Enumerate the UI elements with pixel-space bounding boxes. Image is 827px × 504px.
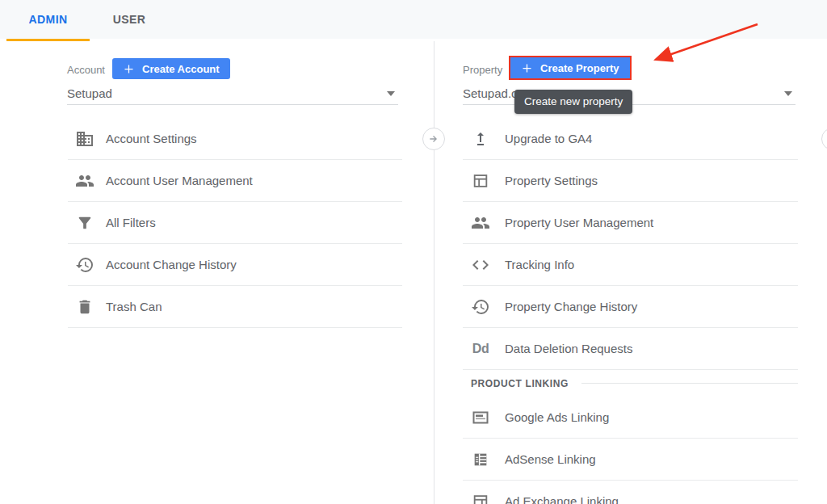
menu-item-tracking-info[interactable]: Tracking Info <box>463 244 798 286</box>
history-icon <box>75 255 94 275</box>
menu-item-all-filters[interactable]: All Filters <box>68 202 402 244</box>
adsense-icon <box>471 450 490 469</box>
expand-next-column-button[interactable] <box>821 128 827 150</box>
account-selector[interactable]: Setupad <box>67 82 398 105</box>
filter-icon <box>75 213 94 233</box>
create-property-highlight-box: Create Property <box>509 56 632 80</box>
expand-column-button[interactable] <box>422 128 445 150</box>
create-property-button[interactable]: Create Property <box>510 57 630 78</box>
plus-icon <box>123 63 135 75</box>
menu-item-label: Google Ads Linking <box>505 410 609 424</box>
plus-icon <box>521 62 533 74</box>
create-property-label: Create Property <box>540 62 619 74</box>
menu-item-label: All Filters <box>106 216 156 229</box>
menu-item-account-user-management[interactable]: Account User Management <box>68 160 402 202</box>
column-divider <box>434 41 434 504</box>
menu-item-upgrade-ga4[interactable]: Upgrade to GA4 <box>463 118 798 160</box>
dd-icon: Dd <box>471 339 490 359</box>
tab-user[interactable]: USER <box>101 0 157 39</box>
menu-item-label: Property Settings <box>505 174 598 187</box>
chevron-down-icon <box>387 91 395 96</box>
create-property-tooltip: Create new property <box>514 90 632 114</box>
menu-item-label: Account Settings <box>106 132 197 145</box>
arrow-right-icon <box>427 132 440 145</box>
section-header-rule <box>581 383 798 384</box>
ad-banner-icon <box>471 408 490 427</box>
menu-item-trash-can[interactable]: Trash Can <box>68 286 402 328</box>
property-column-label: Property <box>463 64 502 76</box>
menu-item-label: Ad Exchange Linking <box>505 494 619 504</box>
menu-item-label: Account Change History <box>106 258 237 271</box>
menu-item-property-change-history[interactable]: Property Change History <box>463 286 798 328</box>
menu-item-data-deletion-requests[interactable]: Dd Data Deletion Requests <box>463 328 798 370</box>
chevron-down-icon <box>784 91 792 96</box>
people-icon <box>75 171 94 191</box>
menu-item-label: Tracking Info <box>505 258 574 271</box>
menu-item-label: Upgrade to GA4 <box>505 132 592 145</box>
account-menu: Account Settings Account User Management… <box>68 118 402 328</box>
property-menu: Upgrade to GA4 Property Settings Propert… <box>463 118 798 504</box>
menu-item-label: Account User Management <box>106 174 253 187</box>
section-header-text: PRODUCT LINKING <box>471 378 569 389</box>
menu-item-adsense-linking[interactable]: AdSense Linking <box>463 439 798 481</box>
upgrade-icon <box>471 129 490 149</box>
menu-item-account-settings[interactable]: Account Settings <box>68 118 402 160</box>
dd-icon-text: Dd <box>472 342 489 356</box>
history-icon <box>471 297 490 317</box>
menu-item-label: Property User Management <box>505 216 653 229</box>
analytics-admin-page: ADMIN USER Account Create Account Setupa… <box>0 0 827 504</box>
account-column-label: Account <box>67 64 105 76</box>
code-icon <box>471 255 490 275</box>
create-account-label: Create Account <box>142 63 220 75</box>
menu-item-google-ads-linking[interactable]: Google Ads Linking <box>463 397 798 439</box>
account-selector-value: Setupad <box>67 86 112 100</box>
menu-item-label: AdSense Linking <box>505 452 596 466</box>
menu-item-label: Data Deletion Requests <box>505 342 632 355</box>
menu-item-label: Property Change History <box>505 300 637 313</box>
menu-item-property-settings[interactable]: Property Settings <box>463 160 798 202</box>
menu-item-account-change-history[interactable]: Account Change History <box>68 244 402 286</box>
product-linking-section-header: PRODUCT LINKING <box>463 370 798 397</box>
menu-item-label: Trash Can <box>106 300 162 313</box>
create-account-button[interactable]: Create Account <box>112 58 230 79</box>
building-icon <box>75 129 94 149</box>
menu-item-property-user-management[interactable]: Property User Management <box>463 202 798 244</box>
active-tab-underline <box>6 39 90 41</box>
people-icon <box>471 213 490 233</box>
tab-admin[interactable]: ADMIN <box>6 0 90 39</box>
web-asset-icon <box>471 492 490 504</box>
menu-item-ad-exchange-linking[interactable]: Ad Exchange Linking <box>463 481 798 504</box>
trash-icon <box>75 297 94 317</box>
layout-icon <box>471 171 490 191</box>
